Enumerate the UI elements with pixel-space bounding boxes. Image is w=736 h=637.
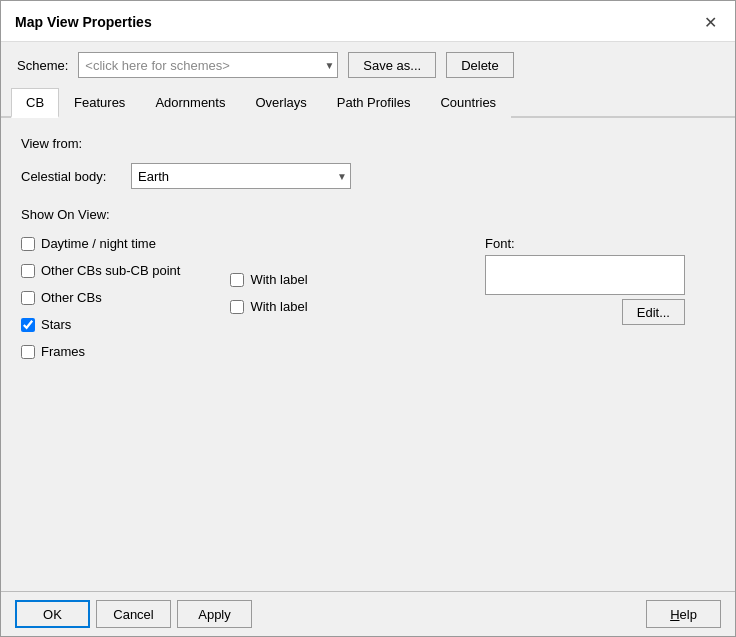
with-label-row-1: With label [230, 272, 307, 287]
tab-path-profiles[interactable]: Path Profiles [322, 88, 426, 118]
checkbox-row-frames: Frames [21, 344, 180, 359]
celestial-body-dropdown[interactable]: Earth [131, 163, 351, 189]
view-from-label: View from: [21, 136, 715, 151]
checkbox-row-other-cbs-sub: Other CBs sub-CB point [21, 263, 180, 278]
checkbox-row-other-cbs: Other CBs [21, 290, 180, 305]
celestial-body-row: Celestial body: Earth ▼ [21, 163, 715, 189]
other-cbs-checkbox[interactable] [21, 291, 35, 305]
dialog-title: Map View Properties [15, 14, 152, 30]
tab-countries[interactable]: Countries [425, 88, 511, 118]
celestial-body-label: Celestial body: [21, 169, 121, 184]
tab-overlays[interactable]: Overlays [240, 88, 321, 118]
stars-label: Stars [41, 317, 71, 332]
apply-button[interactable]: Apply [177, 600, 252, 628]
bottom-bar: OK Cancel Apply Help [1, 591, 735, 636]
checkbox-row-daytime: Daytime / night time [21, 236, 180, 251]
save-as-button[interactable]: Save as... [348, 52, 436, 78]
tab-adornments[interactable]: Adornments [140, 88, 240, 118]
stars-checkbox[interactable] [21, 318, 35, 332]
bottom-bar-right: Help [646, 600, 721, 628]
font-area: Font: Edit... [485, 236, 685, 325]
title-bar: Map View Properties ✕ [1, 1, 735, 42]
close-button[interactable]: ✕ [699, 11, 721, 33]
help-button[interactable]: Help [646, 600, 721, 628]
content-area: View from: Celestial body: Earth ▼ Show … [1, 118, 735, 591]
scheme-label: Scheme: [17, 58, 68, 73]
tabs-row: CB Features Adornments Overlays Path Pro… [1, 88, 735, 118]
other-cbs-sub-label: Other CBs sub-CB point [41, 263, 180, 278]
left-checkboxes: Daytime / night time Other CBs sub-CB po… [21, 236, 180, 359]
celestial-body-dropdown-wrap: Earth ▼ [131, 163, 351, 189]
show-on-view-label: Show On View: [21, 207, 715, 222]
scheme-dropdown-wrap: <click here for schemes> ▼ [78, 52, 338, 78]
checkbox-row-stars: Stars [21, 317, 180, 332]
font-label: Font: [485, 236, 685, 251]
other-cbs-label: Other CBs [41, 290, 102, 305]
cancel-button[interactable]: Cancel [96, 600, 171, 628]
with-label-1-label: With label [250, 272, 307, 287]
checks-font-row: Daytime / night time Other CBs sub-CB po… [21, 236, 715, 359]
font-display-box [485, 255, 685, 295]
tab-cb[interactable]: CB [11, 88, 59, 118]
daytime-label: Daytime / night time [41, 236, 156, 251]
with-label-1-checkbox[interactable] [230, 273, 244, 287]
help-label: Help [670, 607, 697, 622]
delete-button[interactable]: Delete [446, 52, 514, 78]
bottom-bar-left: OK Cancel Apply [15, 600, 252, 628]
scheme-dropdown[interactable]: <click here for schemes> [78, 52, 338, 78]
scheme-row: Scheme: <click here for schemes> ▼ Save … [1, 42, 735, 88]
frames-checkbox[interactable] [21, 345, 35, 359]
other-cbs-sub-checkbox[interactable] [21, 264, 35, 278]
edit-button[interactable]: Edit... [622, 299, 685, 325]
ok-button[interactable]: OK [15, 600, 90, 628]
dialog: Map View Properties ✕ Scheme: <click her… [0, 0, 736, 637]
daytime-checkbox[interactable] [21, 237, 35, 251]
with-label-2-label: With label [250, 299, 307, 314]
frames-label: Frames [41, 344, 85, 359]
with-label-row-2: With label [230, 299, 307, 314]
tab-features[interactable]: Features [59, 88, 140, 118]
with-label-2-checkbox[interactable] [230, 300, 244, 314]
right-checkboxes: With label With label [230, 272, 307, 359]
